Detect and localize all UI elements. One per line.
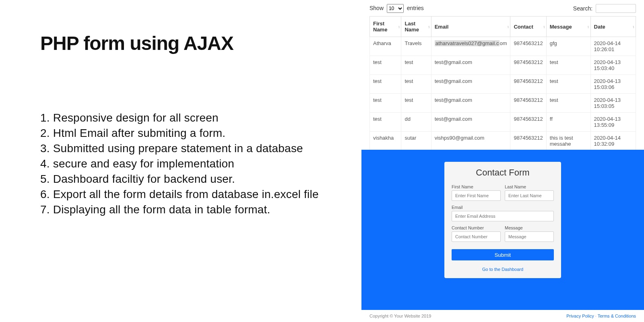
sort-icon: ↑↓ [632,25,633,29]
sort-icon: ↑↓ [398,25,398,29]
dashboard-link[interactable]: Go to the Dashboard [452,264,554,274]
email-field[interactable] [452,211,554,221]
footer-bar: Copyright © Your Website 2019 Privacy Po… [361,310,644,322]
search-input[interactable] [596,4,636,13]
table-row: testddtest@gmail.com9874563212ff2020-04-… [370,113,636,132]
table-cell: test [370,94,401,113]
table-cell: ff [546,113,590,132]
table-cell: test [401,75,431,94]
search-label: Search: [573,5,592,12]
table-cell: 9874563212 [510,56,546,75]
table-cell: 9874563212 [510,94,546,113]
col-message[interactable]: Message↑↓ [546,17,590,37]
col-date[interactable]: Date↑↓ [590,17,636,37]
terms-link[interactable]: Terms & Conditions [598,314,636,318]
table-cell: 2020-04-13 15:03:40 [590,56,636,75]
last-name-field[interactable] [505,190,554,201]
table-cell: test [546,56,590,75]
table-cell: sutar [401,132,431,151]
table-cell-email: atharvatravels027@gmail.com [431,37,510,56]
col-email[interactable]: Email↑↓ [431,17,510,37]
message-field[interactable] [505,231,554,242]
table-cell: Atharva [370,37,401,56]
table-cell: 2020-04-14 10:32:09 [590,132,636,151]
table-cell: 2020-04-14 10:26:01 [590,37,636,56]
footer-links: Privacy Policy · Terms & Conditions [566,314,636,318]
feature-item: 2. Html Email after submiting a form. [40,126,329,140]
table-cell: dd [401,113,431,132]
table-cell-email: test@gmail.com [431,56,510,75]
table-cell: test [370,75,401,94]
sort-icon: ↑↓ [507,25,508,29]
table-cell-email: test@gmail.com [431,75,510,94]
table-cell: 9874563212 [510,37,546,56]
feature-item: 6. Export all the form details from data… [40,187,329,201]
table-cell: Travels [401,37,431,56]
table-row: testtesttest@gmail.com9874563212test2020… [370,75,636,94]
copyright-text: Copyright © Your Website 2019 [369,314,431,318]
contact-label: Contact Number [452,225,501,230]
hero-panel: PHP form using AJAX 1. Responsive design… [0,0,361,322]
table-row: testtesttest@gmail.com9874563212test2020… [370,56,636,75]
table-cell: 2020-04-13 15:03:06 [590,75,636,94]
sort-icon: ↑↓ [587,25,588,29]
table-cell: test [546,94,590,113]
table-cell: 9874563212 [510,113,546,132]
table-cell: gfg [546,37,590,56]
first-name-label: First Name [452,184,501,189]
table-header-row: First Name↑↓ Last Name↑↓ Email↑↓ Contact… [370,17,636,37]
table-row: vishakhasutarvishps90@gmail.com987456321… [370,132,636,151]
entries-length: Show 10 entries [369,4,424,13]
submit-button[interactable]: Submit [452,249,554,260]
message-label: Message [505,225,554,230]
col-first-name[interactable]: First Name↑↓ [370,17,401,37]
table-cell: this is test messahe [546,132,590,151]
table-row: testtesttest@gmail.com9874563212test2020… [370,94,636,113]
feature-item: 3. Submitted using prepare statement in … [40,141,329,155]
table-cell: test [401,94,431,113]
table-cell: test [370,113,401,132]
table-cell: 9874563212 [510,132,546,151]
table-cell: test [370,56,401,75]
preview-panel: Show 10 entries Search: First Name↑↓ Las… [361,0,644,322]
table-cell-email: vishps90@gmail.com [431,132,510,151]
sort-icon: ↑↓ [428,25,429,29]
table-cell: test [546,75,590,94]
privacy-link[interactable]: Privacy Policy [566,314,594,318]
table-cell: vishakha [370,132,401,151]
table-cell: test [401,56,431,75]
form-title: Contact Form [452,167,554,178]
feature-list: 1. Responsive design for all screen 2. H… [40,111,329,217]
table-cell: 9874563212 [510,75,546,94]
last-name-label: Last Name [505,184,554,189]
page-title: PHP form using AJAX [40,32,329,54]
feature-item: 4. secure and easy for implementation [40,157,329,171]
search-box: Search: [573,4,636,13]
col-last-name[interactable]: Last Name↑↓ [401,17,431,37]
feature-item: 5. Dashboard faciltiy for backend user. [40,172,329,186]
table-row: AtharvaTravelsatharvatravels027@gmail.co… [370,37,636,56]
col-contact[interactable]: Contact↑↓ [510,17,546,37]
email-label: Email [452,205,554,210]
table-cell: 2020-04-13 13:55:09 [590,113,636,132]
first-name-field[interactable] [452,190,501,201]
entries-label: entries [407,5,424,11]
show-label: Show [369,5,384,11]
data-table: First Name↑↓ Last Name↑↓ Email↑↓ Contact… [369,16,636,171]
feature-item: 7. Displaying all the form data in table… [40,202,329,217]
contact-form-card: Contact Form First Name Last Name Email … [444,162,561,278]
contact-field[interactable] [452,231,501,242]
table-cell-email: test@gmail.com [431,113,510,132]
entries-select[interactable]: 10 [387,4,404,13]
contact-form-backdrop: Contact Form First Name Last Name Email … [361,150,644,310]
table-cell-email: test@gmail.com [431,94,510,113]
sort-icon: ↑↓ [543,25,544,29]
table-cell: 2020-04-13 15:03:05 [590,94,636,113]
feature-item: 1. Responsive design for all screen [40,111,329,125]
